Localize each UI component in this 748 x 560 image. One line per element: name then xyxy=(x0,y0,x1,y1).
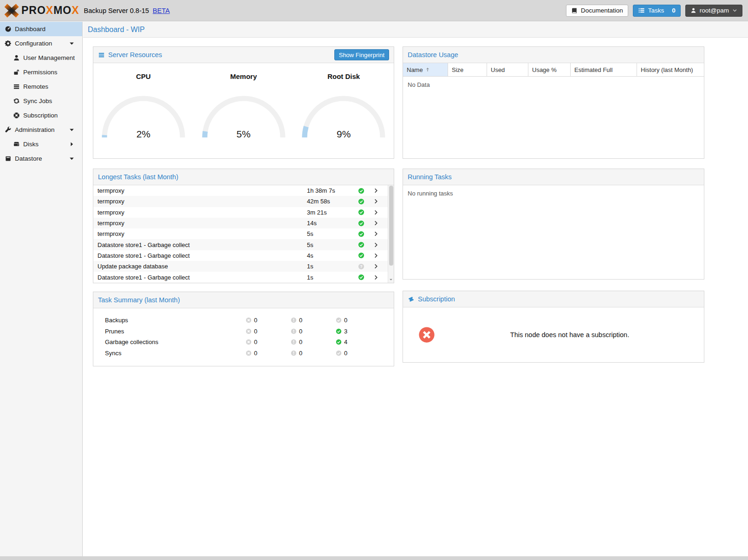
tasks-count-badge: 0 xyxy=(672,7,676,14)
datastore-table-header: Name Size Used Usage % Estimated Full Hi… xyxy=(403,63,704,77)
subscription-panel: Subscription This node does not have a s… xyxy=(403,291,704,363)
remotes-list-icon xyxy=(13,83,20,90)
datastore-icon xyxy=(5,155,12,162)
task-list-icon xyxy=(638,7,645,14)
chevron-right-icon[interactable] xyxy=(373,188,379,194)
support-icon xyxy=(13,112,20,119)
task-row[interactable]: Update package database 1s ? xyxy=(93,261,388,272)
task-row[interactable]: termproxy 14s xyxy=(93,218,388,228)
column-header-usage-pct[interactable]: Usage % xyxy=(528,63,571,76)
sidebar-item-disks[interactable]: Disks xyxy=(0,137,82,151)
cpu-gauge-value: 2% xyxy=(99,129,188,140)
chevron-right-icon[interactable] xyxy=(373,253,379,259)
datastore-usage-title: Datastore Usage xyxy=(408,51,458,59)
task-status-icon xyxy=(358,198,364,205)
task-row[interactable]: Datastore store1 - Garbage collect 1s xyxy=(93,272,388,282)
sync-icon xyxy=(13,98,20,104)
task-row[interactable]: Datastore store1 - Garbage collect 4s xyxy=(93,250,388,261)
summary-row-garbage-collections: Garbage collections 0 0 4 xyxy=(93,337,394,348)
chevron-right-icon[interactable] xyxy=(373,231,379,237)
beta-link[interactable]: BETA xyxy=(153,7,170,14)
task-status-icon xyxy=(358,274,364,280)
ok-count-icon xyxy=(336,328,342,334)
server-resources-title: Server Resources xyxy=(98,51,162,59)
subscription-message: This node does not have a subscription. xyxy=(436,331,704,339)
task-row[interactable]: termproxy 3m 21s xyxy=(93,207,388,218)
ok-count-icon xyxy=(336,350,342,356)
sidebar-item-datastore[interactable]: Datastore xyxy=(0,151,82,166)
column-header-history[interactable]: History (last Month) xyxy=(637,63,704,76)
column-header-name[interactable]: Name xyxy=(403,63,448,76)
main-area: Dashboard - WIP Server Resources Show Fi… xyxy=(83,22,748,556)
task-row[interactable]: termproxy 42m 58s xyxy=(93,196,388,207)
collapse-caret-icon[interactable] xyxy=(68,126,75,133)
task-row[interactable]: termproxy 1h 38m 7s xyxy=(93,185,388,196)
chevron-right-icon[interactable] xyxy=(373,220,379,226)
user-icon xyxy=(690,7,696,13)
wrench-icon xyxy=(5,126,12,133)
sidebar-item-permissions[interactable]: Permissions xyxy=(0,65,82,79)
task-row[interactable]: Datastore store1 - Garbage collect 5s xyxy=(93,239,388,250)
memory-gauge-block: Memory 5% xyxy=(194,72,294,140)
user-icon xyxy=(13,54,20,61)
task-status-icon: ? xyxy=(358,263,364,270)
task-status-icon xyxy=(358,220,364,227)
disk-icon xyxy=(13,141,20,148)
no-running-tasks-text: No running tasks xyxy=(403,185,704,202)
bars-icon xyxy=(98,52,105,59)
warning-count-icon xyxy=(291,339,297,345)
error-count-icon xyxy=(246,339,252,345)
task-row[interactable]: termproxy 5s xyxy=(93,228,388,239)
root-disk-gauge-value: 9% xyxy=(299,129,388,140)
task-summary-panel: Task Summary (last Month) Backups 0 0 0 … xyxy=(93,292,394,366)
column-header-used[interactable]: Used xyxy=(487,63,528,76)
no-data-text: No Data xyxy=(403,77,704,93)
server-resources-panel: Server Resources Show Fingerprint CPU 2% xyxy=(93,46,394,159)
gear-icon xyxy=(5,40,12,47)
error-count-icon xyxy=(246,317,252,323)
root-disk-gauge-block: Root Disk 9% xyxy=(293,72,394,140)
sidebar-item-user-management[interactable]: User Management xyxy=(0,51,82,65)
sidebar-item-subscription[interactable]: Subscription xyxy=(0,108,82,123)
task-summary-title: Task Summary (last Month) xyxy=(98,296,180,304)
chevron-right-icon[interactable] xyxy=(373,198,379,204)
unlock-icon xyxy=(13,69,20,76)
svg-text:?: ? xyxy=(360,264,362,269)
collapse-caret-icon[interactable] xyxy=(68,40,75,47)
cpu-gauge: 2% xyxy=(99,93,188,140)
collapse-caret-icon[interactable] xyxy=(68,155,75,162)
documentation-button[interactable]: Documentation xyxy=(566,5,628,17)
error-count-icon xyxy=(246,328,252,334)
subscription-title: Subscription xyxy=(408,295,455,303)
column-header-estimated-full[interactable]: Estimated Full xyxy=(571,63,637,76)
sidebar-item-sync-jobs[interactable]: Sync Jobs xyxy=(0,94,82,108)
tasks-button[interactable]: Tasks 0 xyxy=(633,5,681,17)
ok-count-icon xyxy=(336,317,342,323)
sidebar-item-remotes[interactable]: Remotes xyxy=(0,79,82,94)
no-subscription-icon xyxy=(418,326,436,344)
sort-ascending-icon xyxy=(425,67,430,72)
gauge-icon xyxy=(5,26,12,33)
ticket-icon xyxy=(408,296,415,303)
task-status-icon xyxy=(358,252,364,259)
summary-row-syncs: Syncs 0 0 0 xyxy=(93,348,394,359)
chevron-right-icon[interactable] xyxy=(373,263,379,269)
scrollbar-down-button[interactable] xyxy=(388,277,394,282)
chevron-right-icon[interactable] xyxy=(373,242,379,248)
chevron-right-icon[interactable] xyxy=(373,209,379,215)
brand-text: PROXMOX xyxy=(21,4,79,17)
summary-row-backups: Backups 0 0 0 xyxy=(93,315,394,326)
sidebar-item-dashboard[interactable]: Dashboard xyxy=(0,22,82,36)
warning-count-icon xyxy=(291,328,297,334)
sidebar-item-configuration[interactable]: Configuration xyxy=(0,36,82,51)
sidebar-item-administration[interactable]: Administration xyxy=(0,123,82,137)
longest-tasks-list: termproxy 1h 38m 7s termproxy 42m 58s xyxy=(93,185,394,283)
column-header-size[interactable]: Size xyxy=(448,63,487,76)
chevron-down-icon xyxy=(732,8,737,13)
vertical-scrollbar[interactable] xyxy=(388,185,394,283)
chevron-right-icon[interactable] xyxy=(373,274,379,280)
scrollbar-thumb[interactable] xyxy=(389,186,393,266)
ok-count-icon xyxy=(336,339,342,345)
show-fingerprint-button[interactable]: Show Fingerprint xyxy=(334,49,389,60)
user-menu-button[interactable]: root@pam xyxy=(685,5,742,17)
